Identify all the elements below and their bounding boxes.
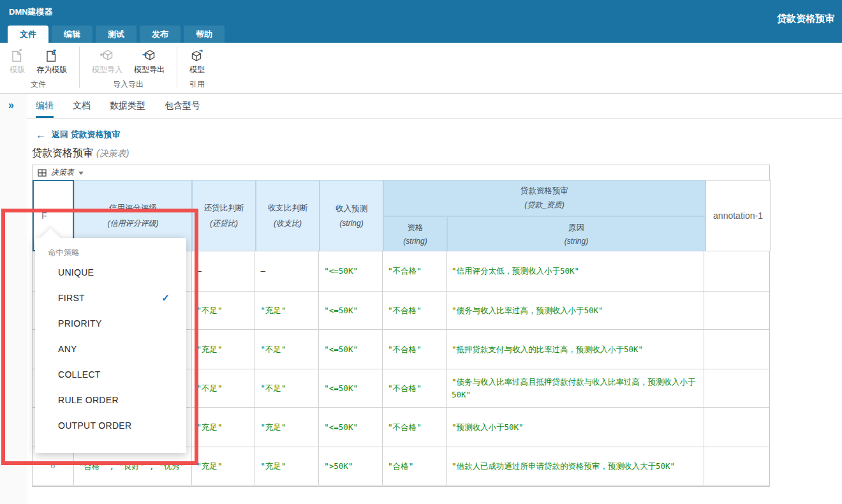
cell-repay[interactable]: "充足"	[192, 408, 256, 447]
ribbon-tab-edit[interactable]: 编辑	[52, 26, 92, 43]
column-header-reason[interactable]: 原因 (string)	[447, 216, 705, 251]
tab-data-types[interactable]: 数据类型	[110, 94, 145, 118]
menu-item-any[interactable]: ANY	[35, 336, 186, 362]
ribbon-group-file: 模版 存为模版 文件	[4, 43, 73, 93]
save-as-template-button-label: 存为模版	[36, 64, 67, 75]
decision-table-toolbar[interactable]: 决策表	[33, 165, 769, 180]
cell-repay[interactable]: –	[192, 251, 256, 291]
cell-income[interactable]: "<=50K"	[319, 408, 383, 447]
ribbon-tab-file[interactable]: 文件	[8, 26, 48, 43]
document-title: 贷款资格预审	[777, 13, 834, 25]
ribbon-group-file-label: 文件	[4, 77, 73, 96]
tab-edit[interactable]: 编辑	[36, 94, 54, 118]
menu-item-first[interactable]: FIRST ✓	[35, 285, 186, 311]
cell-reason[interactable]: "抵押贷款支付与收入的比率过高，预测收入小于50K"	[447, 330, 704, 369]
ribbon-tab-test[interactable]: 测试	[96, 26, 137, 43]
cell-expense[interactable]: "充足"	[255, 408, 319, 447]
ribbon-group-import-export-label: 导入导出	[86, 77, 170, 96]
save-as-template-icon	[45, 48, 59, 63]
cell-qualification[interactable]: "不合格"	[383, 251, 447, 291]
model-icon	[189, 48, 205, 63]
model-import-icon	[100, 48, 115, 63]
column-header-output-group[interactable]: 贷款资格预审 (贷款_资质)	[383, 180, 705, 216]
template-button-label: 模版	[10, 64, 25, 75]
expand-panel-icon[interactable]: »	[8, 100, 14, 111]
cell-annotation[interactable]	[704, 369, 769, 407]
cell-expense[interactable]: –	[255, 251, 319, 291]
template-icon	[10, 48, 24, 63]
cell-repay[interactable]: "充足"	[192, 330, 256, 369]
cell-reason[interactable]: "借款人已成功通过所申请贷款的资格预审，预测收入大于50K"	[447, 447, 704, 485]
model-export-button[interactable]: 模型导出	[128, 47, 170, 77]
model-button-label: 模型	[189, 64, 205, 75]
cell-reason[interactable]: "信用评分太低，预测收入小于50K"	[447, 251, 704, 291]
cell-repay[interactable]: "不足"	[192, 369, 256, 407]
cell-reason[interactable]: "债务与收入比率过高且抵押贷款付款与收入比率过高，预测收入小于50K"	[447, 369, 704, 407]
hit-policy-letter: F	[41, 211, 47, 221]
cell-expense[interactable]: "充足"	[255, 447, 319, 485]
table-grid-icon	[38, 169, 47, 177]
tab-included-models[interactable]: 包含型号	[165, 94, 200, 118]
title-bar: DMN建模器 贷款资格预审 文件 编辑 测试 发布 帮助	[0, 0, 842, 43]
cell-income[interactable]: "<=50K"	[319, 330, 383, 369]
cell-qualification[interactable]: "不合格"	[383, 408, 447, 447]
menu-item-rule-order[interactable]: RULE ORDER	[35, 387, 186, 413]
cell-expense[interactable]: "充足"	[255, 292, 319, 329]
back-link[interactable]: ← 返回 贷款资格预审	[36, 129, 121, 140]
ribbon-separator	[79, 47, 80, 88]
cell-qualification[interactable]: "不合格"	[383, 292, 447, 329]
model-export-button-label: 模型导出	[134, 64, 165, 75]
cell-reason[interactable]: "预测收入小于50K"	[447, 408, 704, 447]
back-arrow-icon: ←	[36, 131, 46, 139]
app-title: DMN建模器	[9, 6, 53, 18]
ribbon-tab-help[interactable]: 帮助	[184, 26, 225, 43]
model-import-button[interactable]: 模型导入	[86, 47, 128, 77]
cell-income[interactable]: "<=50K"	[319, 369, 383, 407]
cell-annotation[interactable]	[704, 292, 769, 329]
ribbon-group-import-export: 模型导入 模型导出 导入导出	[86, 43, 170, 93]
table-row: 6 "合格" , "良好" , "优秀" "充足" "充足" ">50K" "合…	[33, 447, 769, 485]
column-header-income-forecast[interactable]: 收入预测 (string)	[320, 180, 383, 251]
column-header-qualification[interactable]: 资格 (string)	[383, 216, 447, 251]
back-link-label: 返回 贷款资格预审	[52, 129, 121, 140]
cell-annotation[interactable]	[704, 408, 769, 447]
menu-item-priority[interactable]: PRIORITY	[35, 311, 186, 336]
cell-income[interactable]: ">50K"	[319, 447, 383, 485]
left-rail	[0, 94, 27, 504]
cell-annotation[interactable]	[704, 447, 769, 485]
cell-income[interactable]: "<=50K"	[319, 251, 383, 291]
model-export-icon	[142, 48, 157, 63]
cell-reason[interactable]: "债务与收入比率过高，预测收入小于50K"	[447, 292, 704, 329]
cell-qualification[interactable]: "合格"	[383, 447, 447, 485]
tab-documentation[interactable]: 文档	[73, 94, 91, 118]
ribbon-tab-bar: 文件 编辑 测试 发布 帮助	[8, 26, 225, 43]
save-as-template-button[interactable]: 存为模版	[31, 47, 73, 77]
ribbon-separator	[177, 47, 177, 88]
ribbon-tab-publish[interactable]: 发布	[140, 26, 181, 43]
cell-annotation[interactable]	[704, 251, 769, 291]
model-button[interactable]: 模型	[184, 47, 211, 77]
model-import-button-label: 模型导入	[92, 64, 122, 75]
cell-expense[interactable]: "不足"	[255, 369, 319, 407]
menu-item-output-order[interactable]: OUTPUT ORDER	[35, 413, 186, 438]
ribbon-group-reference-label: 引用	[184, 77, 211, 96]
table-kind-label: 决策表	[51, 167, 74, 178]
chevron-down-icon	[78, 172, 84, 175]
hit-policy-menu-label: 命中策略	[35, 238, 186, 260]
page-title-suffix: (决策表)	[96, 148, 129, 158]
cell-annotation[interactable]	[704, 330, 769, 369]
cell-qualification[interactable]: "不合格"	[383, 369, 447, 407]
column-header-expense-ratio[interactable]: 收支比判断 (收支比)	[256, 180, 320, 251]
cell-qualification[interactable]: "不合格"	[383, 330, 447, 369]
template-button[interactable]: 模版	[4, 47, 31, 77]
menu-item-unique[interactable]: UNIQUE	[35, 260, 186, 285]
cell-repay[interactable]: "充足"	[192, 447, 256, 485]
column-header-annotation[interactable]: annotation-1	[705, 180, 771, 251]
column-header-repay-ratio[interactable]: 还贷比判断 (还贷比)	[192, 180, 256, 251]
cell-repay[interactable]: "不足"	[192, 292, 256, 329]
cell-income[interactable]: "<=50K"	[319, 292, 383, 329]
hit-policy-menu: 命中策略 UNIQUE FIRST ✓ PRIORITY ANY COLLECT…	[35, 238, 186, 453]
ribbon-group-reference: 模型 引用	[184, 43, 211, 93]
cell-expense[interactable]: "不足"	[255, 330, 319, 369]
menu-item-collect[interactable]: COLLECT	[35, 362, 186, 387]
